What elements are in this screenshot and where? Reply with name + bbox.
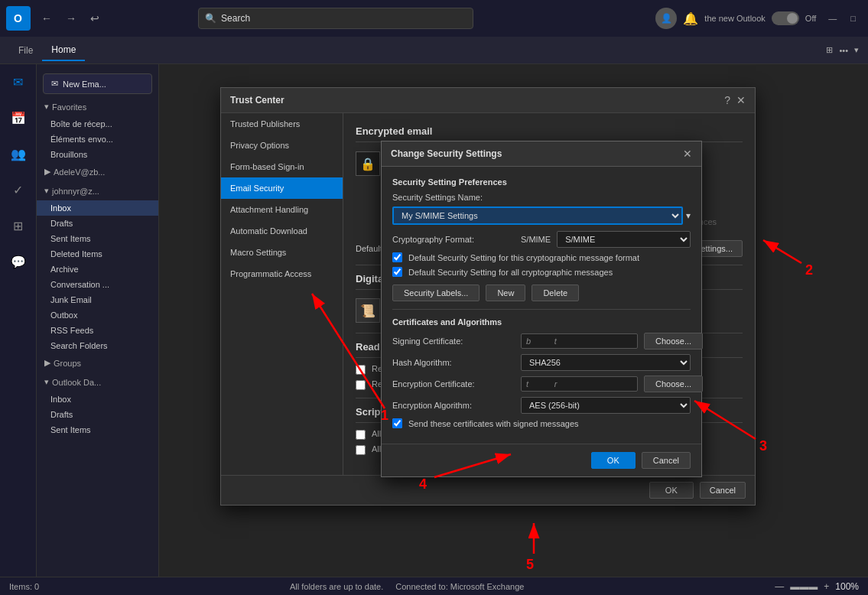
signing-choose-button[interactable]: Choose... (644, 333, 703, 350)
crypto-format-select[interactable]: S/MIME (557, 231, 691, 248)
chevron-down-icon: ▾ (44, 377, 49, 387)
allow-script-2-checkbox[interactable] (356, 445, 366, 455)
johnnyr-label: johnnyr@z... (52, 187, 99, 196)
sidebar-item-privacy-options[interactable]: Privacy Options (221, 135, 343, 156)
groups-section[interactable]: ▶ Groups (37, 353, 158, 372)
hash-algo-select[interactable]: SHA256 SHA384 SHA512 MD5 (521, 354, 691, 371)
trust-center-close-button[interactable]: ✕ (736, 94, 746, 106)
people-icon[interactable]: 👥 (6, 142, 31, 166)
outlook-data-label: Outlook Da... (52, 378, 101, 387)
send-certs-checkbox[interactable] (392, 418, 402, 428)
tasks-icon[interactable]: ✓ (8, 178, 28, 202)
archive-folder[interactable]: Archive (37, 262, 158, 277)
search-folders-folder[interactable]: Search Folders (37, 338, 158, 353)
folders-status: All folders are up to date. (290, 582, 383, 591)
search-box: 🔍 (198, 8, 473, 29)
layout-icon: ⊞ (826, 45, 833, 55)
calendar-icon[interactable]: 📅 (6, 106, 31, 130)
signing-cert-input[interactable] (521, 333, 638, 349)
encrypt-choose-button[interactable]: Choose... (644, 376, 703, 392)
junk-email-folder[interactable]: Junk Email (37, 292, 158, 307)
sidebar-item-automatic-download[interactable]: Automatic Download (221, 220, 343, 242)
sidebar-item-macro-settings[interactable]: Macro Settings (221, 242, 343, 263)
new-button[interactable]: New (486, 284, 525, 301)
encrypt-algo-row: Encryption Algorithm: AES (256-bit) AES … (392, 397, 691, 414)
list-item[interactable]: Brouillons (37, 147, 158, 162)
security-cancel-button[interactable]: Cancel (642, 452, 691, 469)
icon-sidebar: ✉ 📅 👥 ✓ ⊞ 💬 (0, 64, 37, 595)
signing-cert-row: Signing Certificate: Choose... (392, 333, 691, 350)
sidebar-item-attachment-handling[interactable]: Attachment Handling (221, 199, 343, 220)
tab-home[interactable]: Home (42, 40, 85, 61)
crypto-format-value: S/MIME (521, 235, 551, 244)
tab-file[interactable]: File (9, 41, 42, 60)
security-dialog-close-button[interactable]: ✕ (683, 148, 692, 160)
encrypt-cert-row: Encryption Certificate: Choose... (392, 376, 691, 392)
list-item[interactable]: Éléments envo... (37, 132, 158, 147)
security-dialog-footer: OK Cancel (382, 444, 701, 476)
rss-feeds-folder[interactable]: RSS Feeds (37, 323, 158, 338)
zoom-bar-icon: ▬▬▬ (790, 581, 818, 592)
allow-script-1-checkbox[interactable] (356, 430, 366, 440)
mail-icon[interactable]: ✉ (8, 70, 28, 94)
deleted-items-folder[interactable]: Deleted Items (37, 246, 158, 262)
chevron-down-icon: ▾ (44, 186, 49, 196)
default-format-label: Default Security Setting for this crypto… (408, 253, 639, 262)
svg-text:5: 5 (526, 557, 534, 572)
list-item[interactable]: Drafts (37, 407, 158, 422)
zoom-out-icon[interactable]: — (775, 581, 784, 592)
outlook-data-section[interactable]: ▾ Outlook Da... (37, 372, 158, 392)
undo-button[interactable]: ↩ (86, 9, 104, 28)
certs-title: Certificates and Algorithms (392, 317, 691, 327)
settings-name-select[interactable]: My S/MIME Settings (392, 206, 683, 225)
favorites-section[interactable]: ▾ Favorites (37, 97, 158, 116)
trust-center-help-button[interactable]: ? (724, 94, 730, 106)
trust-center-cancel-button[interactable]: Cancel (700, 482, 746, 499)
default-format-checkbox[interactable] (392, 252, 402, 262)
search-input[interactable] (221, 13, 467, 24)
apps-icon[interactable]: ⊞ (8, 214, 28, 238)
sidebar-item-form-signin[interactable]: Form-based Sign-in (221, 156, 343, 177)
adelev-section[interactable]: ▶ AdeleV@zb... (37, 162, 158, 181)
zoom-controls: — ▬▬▬ + 100% (775, 581, 859, 592)
sidebar-item-programmatic-access[interactable]: Programmatic Access (221, 263, 343, 284)
zoom-in-icon[interactable]: + (824, 581, 829, 592)
list-item[interactable]: Inbox (37, 392, 158, 407)
sidebar-item-email-security[interactable]: Email Security (221, 177, 343, 199)
delete-button[interactable]: Delete (532, 284, 579, 301)
minimize-button[interactable]: — (822, 11, 843, 26)
new-outlook-toggle[interactable] (772, 11, 799, 25)
list-item[interactable]: Boîte de récep... (37, 116, 158, 132)
sidebar-item-trusted-publishers[interactable]: Trusted Publishers (221, 113, 343, 135)
chat-icon[interactable]: 💬 (6, 250, 31, 274)
send-certs-label: Send these certificates with signed mess… (408, 419, 579, 428)
encrypt-cert-input[interactable] (521, 376, 638, 392)
read-all-std-checkbox[interactable] (356, 365, 366, 375)
forward-button[interactable]: → (61, 9, 81, 28)
maximize-button[interactable]: □ (844, 11, 862, 26)
window-controls: — □ (822, 11, 862, 26)
johnnyr-section[interactable]: ▾ johnnyr@z... (37, 181, 158, 200)
default-all-crypto-row: Default Security Setting for all cryptog… (392, 267, 691, 277)
sent-items-folder[interactable]: Sent Items (37, 231, 158, 246)
back-button[interactable]: ← (37, 9, 57, 28)
default-all-checkbox[interactable] (392, 267, 402, 277)
list-item[interactable]: Sent Items (37, 422, 158, 437)
conversation-folder[interactable]: Conversation ... (37, 277, 158, 292)
notification-bell-icon: 🔔 (683, 11, 698, 26)
security-dialog-title: Change Security Settings (391, 148, 502, 159)
top-bar: O ← → ↩ 🔍 👤 🔔 the new Outlook Off — □ (0, 0, 868, 37)
outbox-folder[interactable]: Outbox (37, 307, 158, 323)
new-email-button[interactable]: ✉ New Ema... (43, 73, 152, 94)
inbox-folder[interactable]: Inbox (37, 200, 158, 216)
encrypt-algo-select[interactable]: AES (256-bit) AES (128-bit) 3DES (521, 397, 691, 414)
chevron-right-icon: ▶ (44, 167, 50, 177)
encrypt-algo-label: Encryption Algorithm: (392, 401, 515, 410)
drafts-folder[interactable]: Drafts (37, 216, 158, 231)
trust-center-footer: OK Cancel (221, 475, 755, 505)
security-ok-button[interactable]: OK (591, 452, 636, 469)
security-prefs-title: Security Setting Preferences (392, 177, 691, 187)
trust-center-ok-button[interactable]: OK (649, 482, 694, 499)
read-all-checkbox[interactable] (356, 380, 366, 390)
security-labels-button[interactable]: Security Labels... (392, 284, 480, 301)
